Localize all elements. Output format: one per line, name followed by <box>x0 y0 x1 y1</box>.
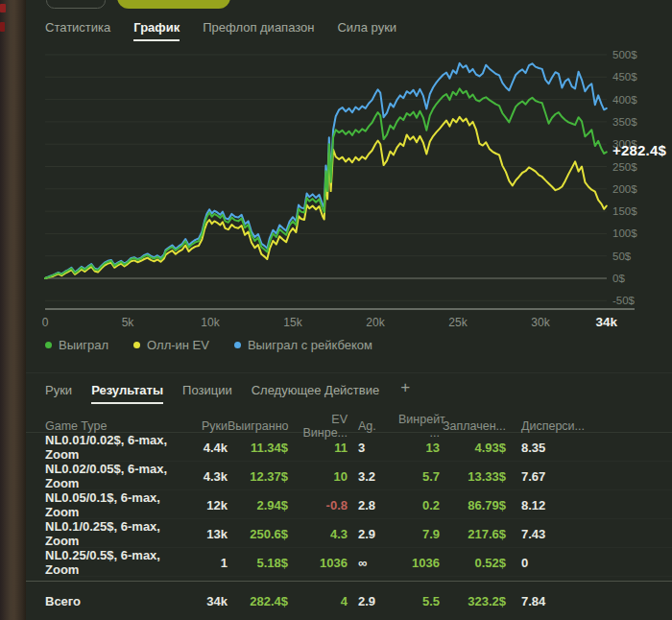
winnings-chart[interactable]: 500$450$400$350$300$250$200$150$100$50$0… <box>0 0 672 346</box>
table-cell-ev_winrate: 11 <box>288 441 348 455</box>
column-header-won[interactable]: Выигранно <box>228 419 288 433</box>
table-cell-ev_winrate: 10 <box>288 469 348 484</box>
legend-label: Выиграл с рейкбеком <box>248 338 372 352</box>
table-cell-ev_winrate: 1036 <box>288 556 348 570</box>
tab-results[interactable]: Результаты <box>91 383 163 404</box>
table-cell-winrate: 0.2 <box>398 498 440 513</box>
column-header-hands[interactable]: Руки <box>186 419 228 433</box>
series-line-allin-ev <box>45 117 607 278</box>
table-cell-ev_winrate: 4.3 <box>288 527 348 541</box>
table-cell-game_type: NL0.1/0.25$, 6-max, Zoom <box>45 519 186 548</box>
y-axis-tick: 450$ <box>612 71 637 83</box>
y-axis-tick: 350$ <box>612 116 637 128</box>
table-cell-hands: 12k <box>186 498 228 513</box>
tab-positions[interactable]: Позиции <box>182 383 232 402</box>
results-table: Game TypeРукиВыигранноEV Винре...Ag.Винр… <box>26 413 672 620</box>
x-axis-tick: 10k <box>201 316 220 329</box>
x-axis-tick: 15k <box>283 316 302 329</box>
table-cell-ag: ∞ <box>348 556 398 570</box>
y-axis-tick: 400$ <box>612 94 637 106</box>
x-axis-tick: 30k <box>531 316 550 329</box>
table-cell-winrate: 1036 <box>398 556 440 570</box>
table-cell-won: 2.94$ <box>228 498 288 513</box>
table-row[interactable]: NL0.1/0.25$, 6-max, Zoom13k250.6$4.32.97… <box>45 519 672 548</box>
tab-next-action[interactable]: Следующее Действие <box>252 383 380 402</box>
table-cell-hands: 4.3k <box>186 469 228 484</box>
column-header-ag[interactable]: Ag. <box>348 419 398 433</box>
column-header-game_type[interactable]: Game Type <box>45 419 186 433</box>
y-axis-tick: 150$ <box>612 205 637 217</box>
legend-won-rakeback[interactable]: Выиграл с рейкбеком <box>234 338 372 352</box>
column-header-variance[interactable]: Дисперси... <box>506 419 672 433</box>
current-value-label: +282.4$ <box>612 142 666 158</box>
detail-tab-bar: РукиРезультатыПозицииСледующее Действие+ <box>45 383 412 404</box>
y-axis-tick: 100$ <box>612 227 637 239</box>
table-cell-paid: 13.33$ <box>440 469 506 484</box>
table-cell-hands: 13k <box>186 527 228 541</box>
table-cell-variance: 8.12 <box>506 498 672 513</box>
table-cell-winrate: 7.9 <box>398 527 440 541</box>
table-cell-ag: 3.2 <box>348 469 398 484</box>
table-cell-variance: 7.84 <box>506 594 672 608</box>
table-cell-variance: 8.35 <box>506 441 672 455</box>
legend-label: Выиграл <box>59 338 108 352</box>
table-header-row: Game TypeРукиВыигранноEV Винре...Ag.Винр… <box>45 413 672 432</box>
chart-legend: ВыигралОлл-ин EVВыиграл с рейкбеком <box>45 338 372 352</box>
column-header-paid[interactable]: Заплачен... <box>440 419 506 433</box>
table-total-row[interactable]: Всего34k282.4$42.95.5323.2$7.84 <box>45 582 672 620</box>
y-axis-tick: 250$ <box>612 161 637 173</box>
table-cell-won: 250.6$ <box>228 527 288 541</box>
table-cell-ev_winrate: 4 <box>288 594 348 608</box>
table-row[interactable]: NL0.25/0.5$, 6-max, Zoom15.18$1036∞10360… <box>45 548 672 577</box>
table-cell-variance: 0 <box>506 556 672 570</box>
table-cell-ag: 2.9 <box>348 594 398 608</box>
table-cell-winrate: 5.5 <box>398 594 440 608</box>
section-divider <box>26 372 672 373</box>
table-cell-won: 5.18$ <box>228 556 288 570</box>
poker-tracker-window: СтатистикаГрафикПрефлоп диапазонСила рук… <box>0 0 672 620</box>
table-cell-game_type: NL0.05/0.1$, 6-max, Zoom <box>45 490 186 519</box>
x-axis-label-current: 34k <box>596 315 618 329</box>
tab-hands[interactable]: Руки <box>45 383 72 402</box>
table-cell-winrate: 13 <box>398 441 440 455</box>
legend-dot-icon <box>234 342 241 348</box>
legend-dot-icon <box>133 342 140 348</box>
legend-allin-ev[interactable]: Олл-ин EV <box>133 338 209 352</box>
table-cell-ev_winrate: -0.8 <box>288 498 348 513</box>
legend-dot-icon <box>45 342 52 348</box>
table-cell-paid: 4.93$ <box>440 441 506 455</box>
x-axis-tick: 20k <box>366 316 385 329</box>
y-axis-tick: 500$ <box>612 49 637 60</box>
table-cell-paid: 217.6$ <box>440 527 506 541</box>
table-body: NL0.01/0.02$, 6-max, Zoom4.4k11.34$11313… <box>45 433 672 577</box>
table-total-section: Всего34k282.4$42.95.5323.2$7.84 <box>45 582 672 620</box>
table-row[interactable]: NL0.05/0.1$, 6-max, Zoom12k2.94$-0.82.80… <box>45 490 672 519</box>
table-cell-winrate: 5.7 <box>398 469 440 484</box>
table-row[interactable]: NL0.01/0.02$, 6-max, Zoom4.4k11.34$11313… <box>45 433 672 462</box>
table-cell-ag: 2.8 <box>348 498 398 513</box>
table-cell-paid: 86.79$ <box>440 498 506 513</box>
y-axis-tick: 50$ <box>612 250 632 262</box>
table-cell-game_type: NL0.01/0.02$, 6-max, Zoom <box>45 433 186 462</box>
y-axis-tick: 0$ <box>612 273 625 284</box>
table-cell-game_type: NL0.25/0.5$, 6-max, Zoom <box>45 548 186 577</box>
add-tab-button[interactable]: + <box>398 381 412 393</box>
table-cell-won: 12.37$ <box>228 469 288 484</box>
x-axis-tick: 25k <box>448 316 468 329</box>
table-cell-won: 282.4$ <box>228 594 288 608</box>
column-header-ev_winrate[interactable]: EV Винре... <box>288 413 348 440</box>
y-axis-tick: -50$ <box>612 295 636 306</box>
table-cell-variance: 7.43 <box>506 527 672 541</box>
table-cell-hands: 1 <box>186 556 228 570</box>
table-cell-game_type: NL0.02/0.05$, 6-max, Zoom <box>45 462 186 490</box>
table-cell-game_type: Всего <box>45 594 186 608</box>
table-cell-ag: 2.9 <box>348 527 398 541</box>
table-cell-won: 11.34$ <box>228 441 288 455</box>
table-cell-hands: 34k <box>186 594 228 608</box>
legend-label: Олл-ин EV <box>147 338 209 352</box>
legend-won[interactable]: Выиграл <box>45 338 108 352</box>
table-cell-variance: 7.67 <box>506 469 672 484</box>
y-axis-tick: 200$ <box>612 183 637 195</box>
column-header-winrate[interactable]: Винрейт ... <box>398 413 440 440</box>
table-row[interactable]: NL0.02/0.05$, 6-max, Zoom4.3k12.37$103.2… <box>45 462 672 490</box>
